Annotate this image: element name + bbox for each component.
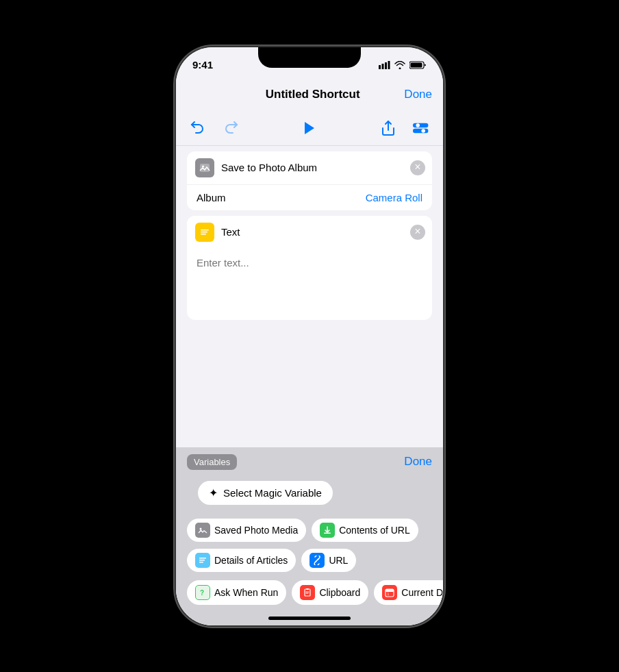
saved-photo-media-label: Saved Photo Media [214,525,298,536]
variables-row-2: Details of Articles URL [176,546,443,576]
screen: 9:41 [176,47,443,625]
signal-icon [379,61,390,69]
svg-rect-0 [379,65,381,69]
svg-marker-6 [305,122,314,134]
svg-rect-15 [201,232,207,233]
battery-icon [409,61,427,69]
album-value[interactable]: Camera Roll [366,192,422,203]
album-label: Album [197,192,226,203]
svg-point-11 [421,129,425,133]
variables-row-1: Saved Photo Media Contents of URL [176,516,443,546]
svg-point-17 [200,527,202,530]
notch [258,47,361,68]
current-date-icon: 1 [382,585,397,600]
svg-rect-18 [324,532,331,534]
select-magic-variable-button[interactable]: ✦ Select Magic Variable [198,481,333,505]
text-icon [195,223,214,242]
svg-rect-19 [199,558,206,559]
save-photo-album-card: Save to Photo Album Album Camera Roll [187,151,432,210]
undo-button[interactable] [187,117,209,139]
wifi-icon [394,61,405,69]
settings-toggle-button[interactable] [410,117,432,139]
svg-rect-20 [199,560,205,561]
ask-when-run-label: Ask When Run [214,587,278,598]
saved-photo-media-chip[interactable]: Saved Photo Media [187,519,306,542]
home-indicator [268,617,351,620]
actions-area: Save to Photo Album Album Camera Roll [176,146,443,625]
svg-rect-25 [306,588,309,590]
status-icons [379,61,427,69]
svg-rect-27 [306,593,309,593]
text-input[interactable] [187,249,432,317]
nav-done-button[interactable]: Done [404,88,432,101]
svg-point-13 [202,165,204,167]
clipboard-label: Clipboard [319,587,360,598]
svg-rect-12 [200,164,210,172]
svg-rect-3 [388,61,390,69]
clipboard-chip[interactable]: Clipboard [292,580,368,605]
ask-when-run-chip[interactable]: ? Ask When Run [187,580,286,605]
svg-text:1: 1 [388,592,390,596]
svg-rect-10 [413,129,428,133]
variables-done-button[interactable]: Done [404,455,432,469]
svg-text:?: ? [200,589,204,597]
details-of-articles-icon [195,553,210,568]
variables-header: Variables Done [176,447,443,475]
svg-rect-1 [382,64,384,69]
share-button[interactable] [377,117,399,139]
svg-rect-16 [201,234,206,235]
url-label: URL [329,555,348,566]
magic-variable-label: Select Magic Variable [223,487,322,499]
svg-rect-14 [201,229,209,231]
svg-rect-8 [413,123,428,127]
save-photo-album-icon [195,158,214,177]
text-title: Text [221,226,240,238]
url-chip[interactable]: URL [301,549,356,572]
magic-wand-icon: ✦ [209,486,218,499]
current-date-label: Current Date [401,587,443,598]
toolbar [176,112,443,146]
contents-of-url-label: Contents of URL [339,525,410,536]
svg-rect-5 [411,62,422,67]
details-of-articles-chip[interactable]: Details of Articles [187,549,296,572]
save-photo-album-title: Save to Photo Album [221,162,317,173]
svg-point-9 [416,123,420,127]
save-photo-album-close-button[interactable] [410,160,425,175]
details-of-articles-label: Details of Articles [214,555,288,566]
magic-variable-container: ✦ Select Magic Variable [176,475,443,516]
album-row[interactable]: Album Camera Roll [187,184,432,210]
variables-panel: Variables Done ✦ Select Magic Variable [176,447,443,625]
contents-of-url-chip[interactable]: Contents of URL [312,519,418,542]
play-button[interactable] [299,117,320,139]
svg-line-22 [316,559,318,562]
nav-bar: Untitled Shortcut Done [176,77,443,112]
phone-frame: 9:41 [176,47,443,625]
save-photo-album-header: Save to Photo Album [187,151,432,184]
svg-rect-21 [199,562,203,563]
clipboard-icon [300,585,315,600]
status-time: 9:41 [192,59,213,71]
saved-photo-icon [195,523,210,538]
text-close-button[interactable] [410,225,425,240]
svg-rect-2 [385,62,387,69]
redo-button[interactable] [220,117,242,139]
svg-rect-26 [306,591,310,592]
text-header: Text [187,216,432,249]
nav-title: Untitled Shortcut [266,88,360,101]
contents-of-url-icon [320,523,335,538]
ask-when-run-icon: ? [195,585,210,600]
current-date-chip[interactable]: 1 Current Date [374,580,443,605]
url-icon [310,553,325,568]
text-card: Text [187,216,432,320]
svg-rect-24 [305,589,310,596]
variables-tab[interactable]: Variables [187,454,237,470]
